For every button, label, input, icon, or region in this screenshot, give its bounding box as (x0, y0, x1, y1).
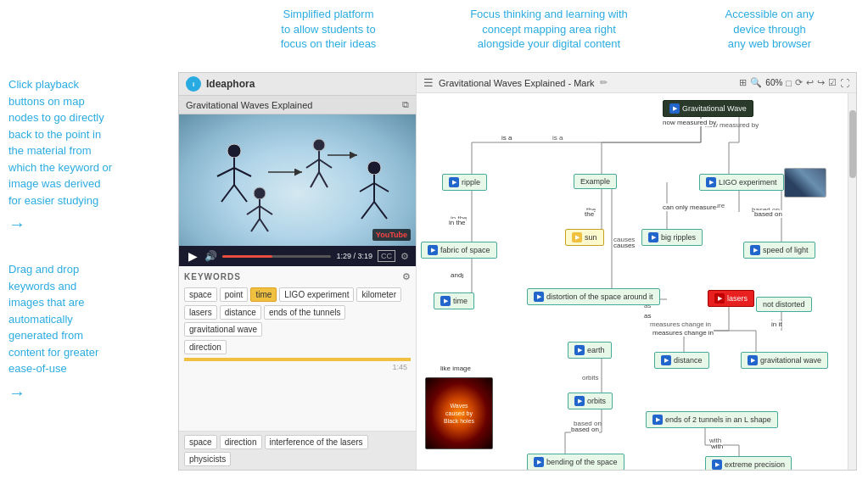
play-ligo[interactable]: ▶ (706, 177, 716, 187)
edge-with: with (711, 443, 723, 450)
map-title-controls: ⊞ 🔍 60% □ ⟳ ↩ ↪ ☑ ⛶ (739, 77, 849, 88)
svg-line-4 (217, 168, 234, 176)
node-earth[interactable]: ▶ earth (568, 342, 612, 359)
play-lasers[interactable]: ▶ (714, 293, 725, 304)
video-title-bar[interactable]: Gravitational Waves Explained ⧉ (179, 96, 416, 114)
keyword-grav-wave[interactable]: gravitational wave (184, 322, 262, 337)
map-scrollbar[interactable] (848, 93, 856, 470)
node-distortion[interactable]: ▶ distortion of the space around it (527, 288, 660, 305)
svg-point-14 (367, 161, 381, 175)
play-grav-wave2[interactable]: ▶ (748, 355, 758, 365)
node-label-distortion: distortion of the space around it (546, 292, 653, 301)
map-ctrl-7[interactable]: ☑ (828, 77, 837, 88)
keywords-section: KEYWORDS ⚙ space point time LIGO experim… (179, 266, 416, 431)
node-label-grav-wave2: gravitational wave (760, 356, 821, 365)
map-title: Gravitational Waves Explained - Mark (439, 78, 595, 88)
node-label-fabric: fabric of space (440, 246, 490, 254)
svg-point-2 (227, 144, 241, 158)
cc-button[interactable]: CC (378, 250, 395, 262)
feature-simplified: Simplified platform to allow students to… (244, 7, 413, 52)
play-extreme[interactable]: ▶ (712, 460, 722, 470)
play-button[interactable]: ▶ (186, 249, 199, 263)
map-edit-icon[interactable]: ✏ (600, 77, 608, 88)
map-title-left: ☰ Gravitational Waves Explained - Mark ✏ (423, 76, 608, 89)
map-ctrl-8[interactable]: ⛶ (840, 78, 849, 88)
copy-icon[interactable]: ⧉ (402, 99, 409, 110)
keyword-kilometer[interactable]: kilometer (356, 287, 401, 302)
play-distortion[interactable]: ▶ (534, 292, 544, 302)
play-bending[interactable]: ▶ (534, 457, 544, 467)
play-big-ripples[interactable]: ▶ (648, 232, 658, 242)
map-ctrl-1[interactable]: ⊞ (739, 77, 747, 88)
node-extreme-precision[interactable]: ▶ extreme precision (705, 456, 792, 470)
node-example[interactable]: Example (574, 174, 617, 189)
node-waves-image[interactable]: Wavescaused byBlack holes (425, 377, 493, 449)
map-ctrl-5[interactable]: ↩ (806, 77, 814, 88)
keyword-time[interactable]: time (250, 287, 277, 302)
scrollbar-thumb[interactable] (849, 110, 856, 178)
edge-can-only: can only measure (663, 203, 716, 211)
node-fabric-space[interactable]: ▶ fabric of space (421, 242, 497, 259)
node-label-distance: distance (674, 356, 703, 365)
node-gravitational-wave[interactable]: ▶ Gravitational Wave (663, 100, 753, 117)
keyword-lasers[interactable]: lasers (184, 305, 217, 320)
node-orbits[interactable]: ▶ orbits (568, 393, 613, 409)
play-fabric[interactable]: ▶ (428, 245, 438, 255)
map-ctrl-2[interactable]: 🔍 (750, 77, 762, 88)
node-speed-light[interactable]: ▶ speed of light (743, 242, 815, 259)
keywords-gear-icon[interactable]: ⚙ (402, 271, 411, 282)
map-ctrl-4[interactable]: ⟳ (795, 77, 803, 88)
play-grav-wave[interactable]: ▶ (669, 103, 680, 114)
screenshot-area: i Ideaphora Gravitational Waves Explaine… (178, 72, 857, 471)
play-sun[interactable]: ▶ (572, 232, 582, 242)
keyword-tunnels[interactable]: ends of the tunnels (264, 305, 346, 320)
video-controls[interactable]: ▶ 🔊 1:29 / 3:19 CC ⚙ (179, 246, 416, 266)
keyword-space[interactable]: space (184, 287, 217, 302)
keyword-tags-row1: space point time LIGO experiment kilomet… (184, 287, 411, 302)
node-sun[interactable]: ▶ sun (565, 229, 604, 246)
edge-measures-change: measures change in (652, 329, 714, 337)
volume-icon[interactable]: 🔊 (204, 250, 217, 262)
play-speed-light[interactable]: ▶ (750, 245, 760, 255)
play-tunnels[interactable]: ▶ (652, 415, 663, 425)
play-distance[interactable]: ▶ (661, 355, 671, 365)
node-time[interactable]: ▶ time (434, 292, 474, 309)
keyword-ligo[interactable]: LIGO experiment (279, 287, 354, 302)
settings-icon[interactable]: ⚙ (400, 251, 409, 262)
arrow-right-2: → (8, 381, 178, 404)
play-earth[interactable]: ▶ (574, 345, 585, 355)
edge-based-on2: based on (571, 426, 599, 433)
svg-line-11 (319, 159, 332, 168)
play-orbits[interactable]: ▶ (574, 396, 585, 406)
map-ctrl-6[interactable]: ↪ (817, 77, 825, 88)
drag-drop-text: Drag and dropkeywords andimages that are… (8, 261, 178, 377)
node-bending[interactable]: ▶ bending of the space (527, 454, 624, 470)
bkw-space[interactable]: space (184, 435, 217, 449)
node-ligo[interactable]: ▶ LIGO experiment (699, 174, 784, 191)
bkw-physicists[interactable]: physicists (184, 452, 231, 466)
edge-causes: causes (613, 242, 635, 249)
keyword-direction[interactable]: direction (184, 340, 227, 354)
svg-line-7 (234, 185, 247, 202)
keyword-point[interactable]: point (220, 287, 249, 302)
time-display: 1:29 / 3:19 (336, 252, 372, 260)
bkw-interference[interactable]: interference of the lasers (265, 435, 368, 449)
node-not-distorted[interactable]: not distorted (756, 297, 812, 312)
node-distance[interactable]: ▶ distance (654, 352, 709, 369)
play-ripple[interactable]: ▶ (449, 177, 459, 187)
video-container[interactable]: YouTube (179, 114, 416, 246)
node-grav-wave2[interactable]: ▶ gravitational wave (741, 352, 828, 369)
hamburger-icon[interactable]: ☰ (423, 76, 434, 89)
map-ctrl-3[interactable]: □ (786, 78, 792, 88)
bkw-direction[interactable]: direction (220, 435, 262, 449)
node-lasers[interactable]: ▶ lasers (708, 290, 754, 307)
map-content[interactable]: is a now measured by in the (417, 93, 848, 470)
node-big-ripples[interactable]: ▶ big ripples (641, 229, 703, 246)
node-tunnels[interactable]: ▶ ends of 2 tunnels in an L shape (646, 411, 778, 428)
keyword-distance[interactable]: distance (220, 305, 261, 320)
node-label-tunnels: ends of 2 tunnels in an L shape (665, 415, 771, 424)
node-ripple[interactable]: ▶ ripple (442, 174, 487, 191)
play-time[interactable]: ▶ (440, 296, 451, 306)
edge-the: the (585, 210, 594, 218)
progress-bar[interactable] (222, 255, 331, 258)
